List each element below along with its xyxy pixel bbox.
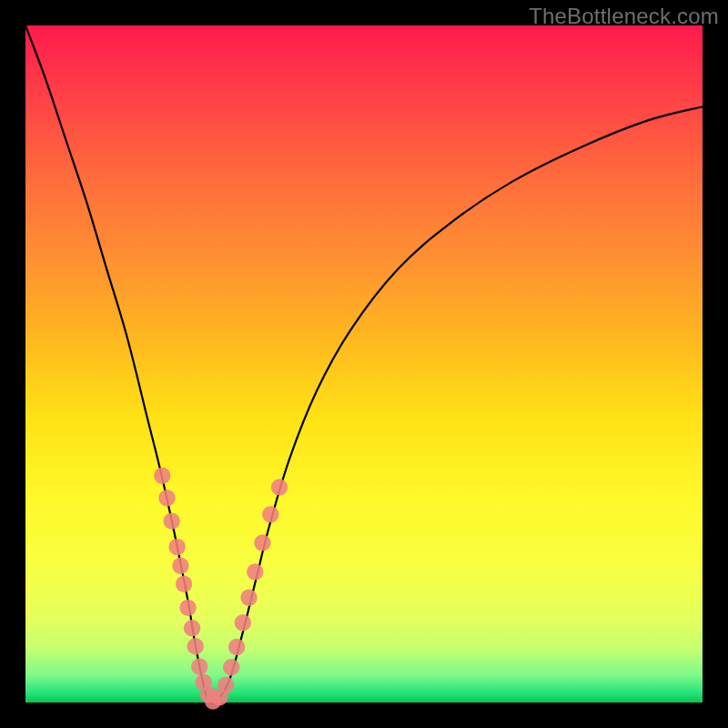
highlight-dot — [168, 539, 185, 555]
highlight-dot — [179, 600, 196, 616]
highlight-dot — [223, 659, 239, 675]
highlight-dot — [235, 614, 251, 631]
highlight-dot — [187, 638, 204, 654]
highlight-dot — [191, 658, 207, 674]
highlight-dot — [240, 589, 257, 605]
highlight-dot — [228, 639, 245, 655]
plot-area — [25, 25, 703, 703]
highlight-dot — [184, 620, 200, 636]
highlight-dot — [172, 558, 188, 574]
highlight-dots — [154, 468, 288, 710]
bottleneck-curve — [25, 25, 703, 706]
watermark-text: TheBottleneck.com — [529, 4, 719, 29]
highlight-dot — [164, 512, 180, 529]
bottleneck-curve-svg — [25, 25, 703, 703]
highlight-dot — [176, 576, 192, 592]
highlight-dot — [247, 563, 263, 580]
chart-frame: TheBottleneck.com — [0, 0, 728, 728]
highlight-dot — [254, 534, 270, 551]
highlight-dot — [154, 468, 170, 484]
highlight-dot — [158, 490, 175, 506]
highlight-dot — [271, 479, 288, 495]
highlight-dot — [217, 676, 234, 693]
highlight-dot — [262, 506, 278, 522]
